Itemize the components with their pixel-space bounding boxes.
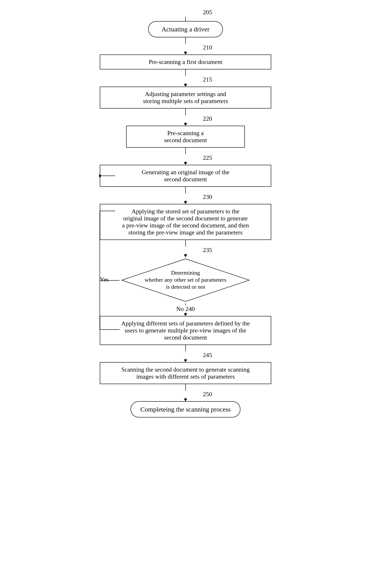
step-225-label: 225 — [203, 154, 212, 161]
step-220-box: Pre-scanning asecond document — [126, 126, 245, 148]
step-235-diamond: Determining whether any other set of par… — [120, 257, 251, 303]
step-230-label: 230 — [203, 193, 212, 200]
step-225-box: Generating an original image of thesecon… — [100, 165, 271, 187]
step-245-box: Scanning the second document to generate… — [100, 362, 271, 384]
step-210-label: 210 — [203, 44, 212, 51]
step-205-box: Actuating a driver — [148, 21, 223, 37]
svg-text:whether any other set of param: whether any other set of parameters — [145, 277, 226, 283]
yes-label: Yes — [100, 276, 109, 283]
step-220-label: 220 — [203, 115, 212, 122]
no-label: No — [176, 305, 184, 313]
step-215-box: Adjusting parameter settings andstoring … — [100, 87, 271, 109]
step-215-label: 215 — [203, 76, 212, 83]
step-240-box: Applying different sets of parameters de… — [100, 316, 271, 345]
step-210-box: Pre-scanning a first document — [100, 54, 271, 69]
step-240-ref: 240 — [186, 305, 195, 313]
svg-text:is detected or not: is detected or not — [166, 284, 205, 290]
step-235-label: 235 — [203, 247, 212, 253]
flowchart: 205 Actuating a driver 210 Pre-scanning … — [87, 9, 284, 418]
step-245-label: 245 — [203, 352, 212, 358]
step-230-box: Applying the stored set of parameters to… — [100, 204, 271, 240]
svg-text:Determining: Determining — [171, 270, 200, 276]
step-250-box: Completeing the scanning process — [131, 401, 240, 418]
step-205-label: 205 — [203, 9, 212, 16]
step-250-label: 250 — [203, 391, 212, 398]
